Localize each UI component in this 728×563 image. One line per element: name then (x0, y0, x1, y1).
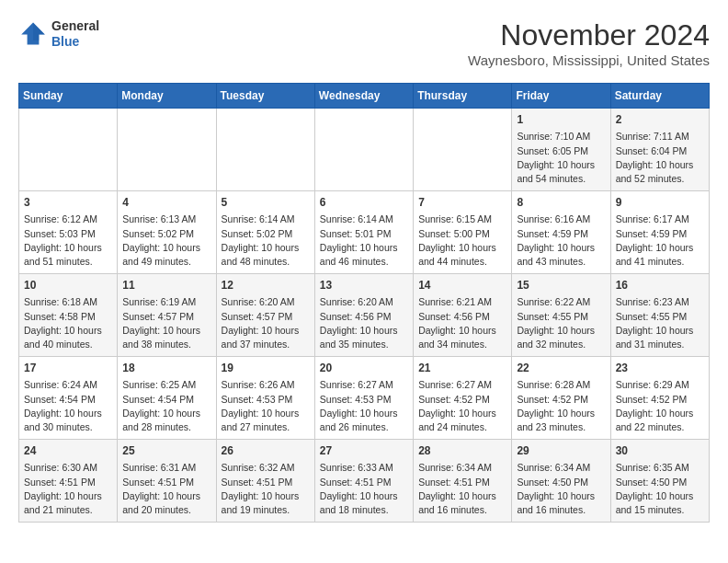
calendar-cell: 7Sunrise: 6:15 AM Sunset: 5:00 PM Daylig… (414, 191, 512, 274)
day-info: Sunrise: 6:13 AM Sunset: 5:02 PM Dayligh… (122, 213, 210, 269)
weekday-header-saturday: Saturday (610, 84, 709, 109)
week-row-4: 24Sunrise: 6:30 AM Sunset: 4:51 PM Dayli… (19, 440, 710, 523)
day-info: Sunrise: 6:18 AM Sunset: 4:58 PM Dayligh… (24, 295, 112, 351)
day-info: Sunrise: 6:34 AM Sunset: 4:50 PM Dayligh… (517, 461, 605, 517)
day-info: Sunrise: 6:26 AM Sunset: 4:53 PM Dayligh… (222, 378, 310, 434)
day-info: Sunrise: 6:14 AM Sunset: 5:02 PM Dayligh… (222, 213, 310, 269)
weekday-header-monday: Monday (118, 84, 216, 109)
calendar-cell: 23Sunrise: 6:29 AM Sunset: 4:52 PM Dayli… (610, 357, 709, 440)
day-number: 29 (517, 443, 605, 459)
day-number: 15 (517, 278, 605, 293)
calendar-cell: 24Sunrise: 6:30 AM Sunset: 4:51 PM Dayli… (19, 440, 118, 523)
day-info: Sunrise: 6:15 AM Sunset: 5:00 PM Dayligh… (418, 213, 506, 269)
day-info: Sunrise: 6:20 AM Sunset: 4:56 PM Dayligh… (320, 295, 408, 351)
day-info: Sunrise: 6:24 AM Sunset: 4:54 PM Dayligh… (24, 378, 112, 434)
day-number: 26 (222, 443, 310, 459)
day-number: 4 (122, 195, 210, 211)
weekday-header-tuesday: Tuesday (216, 84, 314, 109)
day-info: Sunrise: 6:34 AM Sunset: 4:51 PM Dayligh… (418, 461, 506, 517)
calendar-cell: 22Sunrise: 6:28 AM Sunset: 4:52 PM Dayli… (512, 357, 610, 440)
day-number: 1 (517, 112, 605, 128)
day-info: Sunrise: 7:11 AM Sunset: 6:04 PM Dayligh… (616, 130, 704, 186)
day-info: Sunrise: 6:33 AM Sunset: 4:51 PM Dayligh… (320, 461, 408, 517)
calendar-cell (216, 109, 314, 191)
day-info: Sunrise: 6:16 AM Sunset: 4:59 PM Dayligh… (517, 213, 605, 269)
day-info: Sunrise: 6:31 AM Sunset: 4:51 PM Dayligh… (122, 461, 210, 517)
weekday-header-thursday: Thursday (414, 84, 512, 109)
day-info: Sunrise: 6:28 AM Sunset: 4:52 PM Dayligh… (517, 378, 605, 434)
day-info: Sunrise: 6:35 AM Sunset: 4:50 PM Dayligh… (616, 461, 704, 517)
day-number: 16 (616, 278, 704, 293)
day-info: Sunrise: 6:17 AM Sunset: 4:59 PM Dayligh… (616, 213, 704, 269)
calendar-cell: 30Sunrise: 6:35 AM Sunset: 4:50 PM Dayli… (610, 440, 709, 523)
day-number: 12 (222, 278, 310, 293)
day-number: 9 (616, 195, 704, 211)
day-number: 23 (616, 361, 704, 376)
weekday-header-friday: Friday (512, 84, 610, 109)
calendar-cell: 29Sunrise: 6:34 AM Sunset: 4:50 PM Dayli… (512, 440, 610, 523)
day-info: Sunrise: 6:27 AM Sunset: 4:53 PM Dayligh… (320, 378, 408, 434)
calendar-cell: 17Sunrise: 6:24 AM Sunset: 4:54 PM Dayli… (19, 357, 118, 440)
calendar-cell: 15Sunrise: 6:22 AM Sunset: 4:55 PM Dayli… (512, 274, 610, 357)
day-info: Sunrise: 6:22 AM Sunset: 4:55 PM Dayligh… (517, 295, 605, 351)
day-info: Sunrise: 6:19 AM Sunset: 4:57 PM Dayligh… (122, 295, 210, 351)
day-number: 21 (418, 361, 506, 376)
week-row-2: 10Sunrise: 6:18 AM Sunset: 4:58 PM Dayli… (19, 274, 710, 357)
location: Waynesboro, Mississippi, United States (468, 52, 710, 68)
calendar-cell: 20Sunrise: 6:27 AM Sunset: 4:53 PM Dayli… (314, 357, 413, 440)
calendar-cell: 8Sunrise: 6:16 AM Sunset: 4:59 PM Daylig… (512, 191, 610, 274)
day-info: Sunrise: 6:12 AM Sunset: 5:03 PM Dayligh… (24, 213, 112, 269)
day-number: 10 (24, 278, 112, 293)
weekday-header-sunday: Sunday (19, 84, 118, 109)
calendar-cell (414, 109, 512, 191)
calendar-cell: 4Sunrise: 6:13 AM Sunset: 5:02 PM Daylig… (118, 191, 216, 274)
day-number: 28 (418, 443, 506, 459)
logo-icon (18, 21, 48, 47)
page-header: General Blue November 2024 Waynesboro, M… (18, 18, 710, 68)
calendar-cell: 25Sunrise: 6:31 AM Sunset: 4:51 PM Dayli… (118, 440, 216, 523)
calendar-cell: 13Sunrise: 6:20 AM Sunset: 4:56 PM Dayli… (314, 274, 413, 357)
calendar-cell: 9Sunrise: 6:17 AM Sunset: 4:59 PM Daylig… (610, 191, 709, 274)
title-block: November 2024 Waynesboro, Mississippi, U… (468, 18, 710, 68)
calendar: SundayMondayTuesdayWednesdayThursdayFrid… (18, 83, 710, 523)
week-row-3: 17Sunrise: 6:24 AM Sunset: 4:54 PM Dayli… (19, 357, 710, 440)
day-info: Sunrise: 6:25 AM Sunset: 4:54 PM Dayligh… (122, 378, 210, 434)
day-info: Sunrise: 7:10 AM Sunset: 6:05 PM Dayligh… (517, 130, 605, 186)
week-row-1: 3Sunrise: 6:12 AM Sunset: 5:03 PM Daylig… (19, 191, 710, 274)
calendar-cell: 3Sunrise: 6:12 AM Sunset: 5:03 PM Daylig… (19, 191, 118, 274)
calendar-cell: 26Sunrise: 6:32 AM Sunset: 4:51 PM Dayli… (216, 440, 314, 523)
day-number: 8 (517, 195, 605, 211)
day-number: 24 (24, 443, 112, 459)
day-number: 18 (122, 361, 210, 376)
calendar-cell: 21Sunrise: 6:27 AM Sunset: 4:52 PM Dayli… (414, 357, 512, 440)
day-info: Sunrise: 6:32 AM Sunset: 4:51 PM Dayligh… (222, 461, 310, 517)
calendar-cell: 16Sunrise: 6:23 AM Sunset: 4:55 PM Dayli… (610, 274, 709, 357)
day-info: Sunrise: 6:30 AM Sunset: 4:51 PM Dayligh… (24, 461, 112, 517)
day-number: 13 (320, 278, 408, 293)
day-info: Sunrise: 6:21 AM Sunset: 4:56 PM Dayligh… (418, 295, 506, 351)
day-number: 17 (24, 361, 112, 376)
day-number: 6 (320, 195, 408, 211)
calendar-cell: 2Sunrise: 7:11 AM Sunset: 6:04 PM Daylig… (610, 109, 709, 191)
calendar-cell: 19Sunrise: 6:26 AM Sunset: 4:53 PM Dayli… (216, 357, 314, 440)
day-number: 19 (222, 361, 310, 376)
day-info: Sunrise: 6:14 AM Sunset: 5:01 PM Dayligh… (320, 213, 408, 269)
calendar-cell: 12Sunrise: 6:20 AM Sunset: 4:57 PM Dayli… (216, 274, 314, 357)
day-number: 2 (616, 112, 704, 128)
calendar-cell: 5Sunrise: 6:14 AM Sunset: 5:02 PM Daylig… (216, 191, 314, 274)
weekday-header-wednesday: Wednesday (314, 84, 413, 109)
calendar-cell: 1Sunrise: 7:10 AM Sunset: 6:05 PM Daylig… (512, 109, 610, 191)
day-info: Sunrise: 6:23 AM Sunset: 4:55 PM Dayligh… (616, 295, 704, 351)
calendar-cell (19, 109, 118, 191)
calendar-cell: 28Sunrise: 6:34 AM Sunset: 4:51 PM Dayli… (414, 440, 512, 523)
calendar-cell (314, 109, 413, 191)
calendar-cell: 18Sunrise: 6:25 AM Sunset: 4:54 PM Dayli… (118, 357, 216, 440)
weekday-header-row: SundayMondayTuesdayWednesdayThursdayFrid… (19, 84, 710, 109)
calendar-cell: 10Sunrise: 6:18 AM Sunset: 4:58 PM Dayli… (19, 274, 118, 357)
calendar-cell (118, 109, 216, 191)
logo: General Blue (18, 18, 99, 50)
week-row-0: 1Sunrise: 7:10 AM Sunset: 6:05 PM Daylig… (19, 109, 710, 191)
calendar-cell: 11Sunrise: 6:19 AM Sunset: 4:57 PM Dayli… (118, 274, 216, 357)
day-number: 11 (122, 278, 210, 293)
calendar-cell: 6Sunrise: 6:14 AM Sunset: 5:01 PM Daylig… (314, 191, 413, 274)
